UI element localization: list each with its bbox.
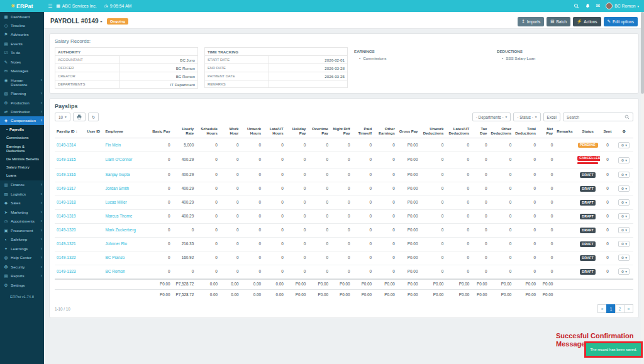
payslip-id-link[interactable]: 0149-1318 bbox=[57, 200, 76, 204]
submenu-item-earnings-deductions[interactable]: Earnings & Deductions bbox=[0, 143, 44, 155]
submenu-item-de-minimis-benefits[interactable]: De Minimis Benefits bbox=[0, 155, 44, 163]
sidebar-item-notes[interactable]: ✎Notes bbox=[0, 57, 44, 66]
sidebar-item-help-center[interactable]: ◍Help Center› bbox=[0, 253, 44, 262]
col-header-net-pay[interactable]: Net Pay bbox=[538, 125, 555, 138]
col-header-work-hour[interactable]: Work Hour bbox=[219, 125, 241, 138]
scrollbar-track[interactable] bbox=[641, 12, 644, 364]
page-button-1[interactable]: 1 bbox=[606, 304, 616, 313]
page-size-select[interactable]: 10 ▾ bbox=[55, 113, 70, 121]
col-header-unwork-deductions[interactable]: Unwork Deductions bbox=[419, 125, 445, 138]
payslip-id-link[interactable]: 0149-1315 bbox=[57, 157, 76, 162]
col-header-unwork-hours[interactable]: Unwork Hours bbox=[240, 125, 263, 138]
payslip-id-link[interactable]: 0149-1319 bbox=[57, 214, 76, 218]
col-header-other-earnings[interactable]: Other Earnings bbox=[374, 125, 397, 138]
col-header-payslip-id[interactable]: Payslip ID ↕ bbox=[55, 125, 85, 138]
row-actions-button[interactable]: ⚙▾ bbox=[618, 255, 630, 261]
employee-link[interactable]: Mark Zuckerberg bbox=[106, 228, 136, 232]
sidebar-item-marketing[interactable]: ➤Marketing› bbox=[0, 207, 44, 216]
col-header-gross-pay[interactable]: Gross Pay bbox=[397, 125, 420, 138]
col-header-lates-ut-deductions[interactable]: Lates/UT Deductions bbox=[445, 125, 471, 138]
sidebar-item-reports[interactable]: ▤Reports› bbox=[0, 272, 44, 280]
row-actions-button[interactable]: ⚙▾ bbox=[618, 213, 630, 219]
employee-link[interactable]: Sanjay Gupta bbox=[106, 172, 130, 177]
col-header-hourly-rate[interactable]: Hourly Rate bbox=[172, 125, 196, 138]
row-actions-button[interactable]: ⚙▾ bbox=[618, 241, 630, 247]
payslip-id-link[interactable]: 0149-1316 bbox=[57, 172, 76, 177]
sidebar-item-learnings[interactable]: ✦Learnings› bbox=[0, 244, 44, 253]
sidebar-item-planning[interactable]: ▧Planning› bbox=[0, 89, 44, 98]
menu-toggle-icon[interactable]: ☰ bbox=[48, 3, 52, 9]
sidebar-item-compensation[interactable]: ◈Compensation› bbox=[0, 116, 44, 125]
col-header-user-id[interactable]: User ID bbox=[85, 125, 103, 138]
submenu-item-commissions[interactable]: Commissions bbox=[0, 134, 44, 142]
employee-link[interactable]: Fin Mein bbox=[106, 143, 121, 147]
refresh-button[interactable]: ↻ bbox=[88, 113, 99, 121]
page-button-[interactable]: « bbox=[597, 304, 607, 313]
submenu-item-loans[interactable]: Loans bbox=[0, 172, 44, 180]
sidebar-item-settings[interactable]: ⚙Settings bbox=[0, 280, 44, 289]
user-menu[interactable]: BC Romon ▾ bbox=[606, 3, 639, 9]
sidebar-item-production[interactable]: ⚙Production› bbox=[0, 98, 44, 107]
payslip-id-link[interactable]: 0149-1323 bbox=[57, 269, 76, 273]
sidebar-item-safekeep[interactable]: ◐Safekeep› bbox=[0, 235, 44, 244]
sidebar-item-appointments[interactable]: ◷Appointments› bbox=[0, 217, 44, 226]
col-header-remarks[interactable]: Remarks bbox=[555, 125, 575, 138]
sidebar-item-security[interactable]: ✪Security› bbox=[0, 262, 44, 271]
col-header-other-deductions[interactable]: Other Deductions bbox=[489, 125, 513, 138]
col-header-basic-pay[interactable]: Basic Pay bbox=[150, 125, 172, 138]
sidebar-item-finance[interactable]: ▥Finance› bbox=[0, 180, 44, 189]
actions-button[interactable]: ⚡Actions bbox=[573, 17, 601, 26]
payslip-id-link[interactable]: 0149-1321 bbox=[57, 241, 76, 246]
payslip-id-link[interactable]: 0149-1320 bbox=[57, 228, 76, 232]
company-selector[interactable]: ▦ ABC Services Inc. bbox=[56, 4, 96, 9]
row-actions-button[interactable]: ⚙▾ bbox=[618, 157, 630, 163]
col-header-status[interactable]: Status bbox=[575, 125, 601, 138]
messages-icon[interactable]: ✉ bbox=[596, 3, 601, 9]
employee-link[interactable]: Johnner Rio bbox=[106, 241, 127, 246]
sidebar-item-advisories[interactable]: ⚑Advisories bbox=[0, 30, 44, 39]
col-header-sent[interactable]: Sent bbox=[600, 125, 614, 138]
imports-button[interactable]: ↥Imports bbox=[518, 17, 544, 26]
bell-icon[interactable] bbox=[585, 3, 591, 9]
employee-link[interactable]: Marcus Thorne bbox=[106, 214, 133, 218]
status-filter[interactable]: - Status - ▾ bbox=[513, 113, 540, 121]
search-icon[interactable] bbox=[574, 3, 579, 9]
employee-link[interactable]: Liam O'Connor bbox=[106, 157, 133, 162]
submenu-item-payrolls[interactable]: •Payrolls bbox=[0, 126, 44, 134]
payslip-id-link[interactable]: 0149-1314 bbox=[57, 143, 76, 147]
payslip-id-link[interactable]: 0149-1322 bbox=[57, 255, 76, 260]
sidebar-item-to-do[interactable]: ☑To do bbox=[0, 48, 44, 57]
payslip-id-link[interactable]: 0149-1317 bbox=[57, 186, 76, 190]
col-header-late-ut-hours[interactable]: Late/UT Hours bbox=[263, 125, 286, 138]
departments-filter[interactable]: - Departments - ▾ bbox=[472, 113, 511, 121]
col-header-actions[interactable]: ⚙ bbox=[615, 125, 633, 138]
row-actions-button[interactable]: ⚙▾ bbox=[618, 268, 630, 275]
col-header-tax-due[interactable]: Tax Due bbox=[471, 125, 489, 138]
sidebar-item-procurement[interactable]: ▣Procurement› bbox=[0, 226, 44, 234]
page-button-[interactable]: » bbox=[624, 304, 633, 313]
row-actions-button[interactable]: ⚙▾ bbox=[618, 142, 630, 148]
app-logo[interactable]: ✳ ERPat bbox=[0, 0, 44, 12]
sidebar-item-human-resource[interactable]: ◉Human Resource› bbox=[0, 75, 44, 89]
employee-link[interactable]: Lucas Miller bbox=[106, 200, 127, 204]
sidebar-item-messages[interactable]: ✉Messages bbox=[0, 67, 44, 75]
print-button[interactable] bbox=[73, 113, 86, 121]
sidebar-item-logistics[interactable]: ▨Logistics› bbox=[0, 189, 44, 198]
scrollbar-thumb[interactable] bbox=[641, 12, 644, 94]
submenu-item-salary-history[interactable]: Salary History bbox=[0, 163, 44, 172]
sidebar-item-events[interactable]: ▤Events bbox=[0, 39, 44, 48]
page-button-2[interactable]: 2 bbox=[615, 304, 625, 313]
sidebar-item-dashboard[interactable]: ▦Dashboard bbox=[0, 12, 44, 21]
row-actions-button[interactable]: ⚙▾ bbox=[618, 185, 630, 192]
col-header-employee[interactable]: Employee bbox=[104, 125, 150, 138]
employee-link[interactable]: BC Pranzo bbox=[106, 255, 125, 260]
sidebar-item-timeline[interactable]: ◷Timeline bbox=[0, 21, 44, 30]
col-header-schedule-hours[interactable]: Schedule Hours bbox=[196, 125, 219, 138]
col-header-paid-timeoff[interactable]: Paid Timeoff bbox=[352, 125, 374, 138]
row-actions-button[interactable]: ⚙▾ bbox=[618, 172, 630, 178]
employee-link[interactable]: Jordan Smith bbox=[106, 186, 130, 190]
sidebar-item-sales[interactable]: ◆Sales› bbox=[0, 199, 44, 207]
col-header-holiday-pay[interactable]: Holiday Pay bbox=[286, 125, 308, 138]
row-actions-button[interactable]: ⚙▾ bbox=[618, 227, 630, 233]
excel-export-button[interactable]: Excel bbox=[543, 113, 560, 121]
